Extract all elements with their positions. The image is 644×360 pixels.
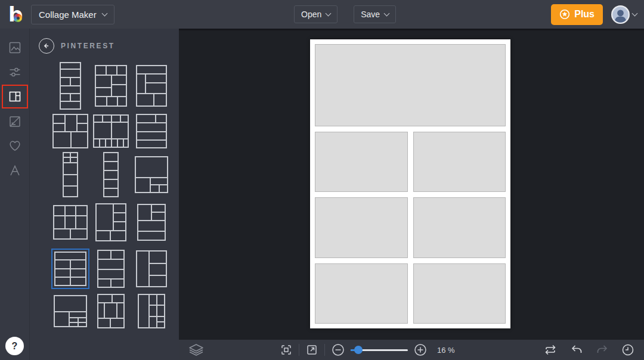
befunky-logo-icon[interactable]: b — [6, 3, 25, 26]
layers-icon — [188, 343, 204, 356]
full-preview-button[interactable] — [306, 344, 318, 356]
fit-screen-icon — [280, 344, 292, 356]
sliders-icon — [8, 65, 22, 79]
history-icon — [621, 343, 634, 356]
bottom-toolbar: 16 % — [179, 340, 644, 360]
layout-thumb-10[interactable] — [50, 199, 91, 246]
account-actions: Plus — [551, 0, 637, 29]
collage-cell[interactable] — [315, 132, 408, 192]
chevron-down-icon[interactable] — [632, 10, 638, 16]
layout-thumb-6[interactable] — [131, 112, 172, 150]
chevron-down-icon — [101, 10, 107, 16]
layout-thumb-15[interactable] — [131, 246, 172, 292]
layout-thumb-18[interactable] — [131, 292, 172, 330]
layout-thumb-2[interactable] — [91, 60, 131, 112]
top-bar: b Collage Maker Open Save Plus — [0, 0, 644, 29]
text-icon — [8, 163, 22, 178]
chevron-down-icon — [326, 10, 332, 16]
zoom-slider[interactable] — [351, 349, 408, 351]
user-avatar[interactable] — [611, 5, 630, 24]
undo-icon — [570, 344, 583, 356]
history-controls — [543, 343, 634, 356]
graphics-icon — [8, 114, 22, 129]
divider — [324, 344, 325, 356]
redo-button[interactable] — [596, 344, 609, 356]
layout-thumb-1[interactable] — [50, 60, 91, 112]
heart-icon — [8, 139, 22, 153]
plus-upgrade-button[interactable]: Plus — [551, 4, 603, 25]
undo-button[interactable] — [570, 344, 583, 356]
layout-thumb-9[interactable] — [131, 150, 172, 199]
shuffle-icon — [543, 343, 558, 356]
zoom-out-button[interactable] — [332, 343, 345, 356]
layout-thumb-14[interactable] — [91, 246, 131, 292]
app-title: Collage Maker — [39, 10, 97, 20]
layout-thumb-12[interactable] — [131, 199, 172, 246]
panel-header: PINTEREST — [30, 29, 179, 57]
fit-to-screen-button[interactable] — [280, 344, 292, 356]
sidebar-item-favorites[interactable] — [2, 134, 28, 158]
layers-button[interactable] — [188, 343, 204, 356]
help-button[interactable]: ? — [5, 337, 24, 355]
layout-thumb-3[interactable] — [131, 60, 172, 112]
back-button[interactable] — [39, 38, 54, 54]
file-actions: Open Save — [294, 0, 396, 29]
panel-title: PINTEREST — [61, 42, 115, 50]
rainbow-wheel-icon — [14, 14, 22, 22]
layout-thumb-16[interactable] — [50, 292, 91, 330]
shuffle-images-button[interactable] — [543, 343, 558, 356]
collage-canvas[interactable] — [310, 39, 510, 328]
sidebar-item-layouts[interactable] — [2, 85, 28, 108]
zoom-in-button[interactable] — [414, 343, 427, 356]
divider — [299, 344, 299, 356]
layout-thumb-8[interactable] — [91, 150, 131, 199]
layout-thumbnail-grid — [30, 60, 179, 330]
collage-maker-app: b Collage Maker Open Save Plus — [0, 0, 644, 360]
app-title-dropdown[interactable]: Collage Maker — [31, 5, 114, 24]
collage-cell[interactable] — [315, 197, 408, 257]
sidebar-item-image-manager[interactable] — [2, 35, 28, 60]
collage-cell[interactable] — [315, 44, 506, 126]
layout-thumb-17[interactable] — [91, 292, 131, 330]
back-arrow-icon — [41, 41, 52, 51]
tool-sidebar: ? — [0, 29, 30, 360]
sidebar-item-edit[interactable] — [2, 60, 28, 84]
layout-thumb-5[interactable] — [91, 112, 131, 150]
sidebar-item-text[interactable] — [2, 158, 28, 182]
layout-thumb-4[interactable] — [50, 112, 91, 150]
zoom-slider-thumb[interactable] — [354, 346, 363, 354]
open-button[interactable]: Open — [294, 5, 338, 23]
zoom-percentage: 16 % — [437, 346, 455, 355]
collage-cell[interactable] — [413, 263, 506, 324]
selected-layout-highlight — [51, 249, 89, 289]
star-circle-icon — [559, 9, 570, 20]
layout-thumb-7[interactable] — [50, 150, 91, 199]
collage-cell[interactable] — [413, 132, 506, 192]
zoom-out-icon — [332, 343, 345, 356]
canvas-area — [179, 29, 644, 340]
collage-layout-icon — [8, 89, 22, 104]
layouts-panel: PINTEREST — [30, 29, 179, 360]
collage-cell[interactable] — [315, 263, 408, 324]
image-icon — [8, 41, 22, 55]
save-button[interactable]: Save — [354, 5, 396, 23]
layout-thumb-11[interactable] — [91, 199, 131, 246]
export-icon — [306, 344, 318, 356]
layout-thumb-13-selected[interactable] — [50, 246, 91, 292]
collage-cell[interactable] — [413, 197, 506, 257]
history-button[interactable] — [621, 343, 634, 356]
redo-icon — [596, 344, 609, 356]
zoom-in-icon — [414, 343, 427, 356]
sidebar-item-graphics[interactable] — [2, 109, 28, 134]
chevron-down-icon — [384, 10, 390, 16]
